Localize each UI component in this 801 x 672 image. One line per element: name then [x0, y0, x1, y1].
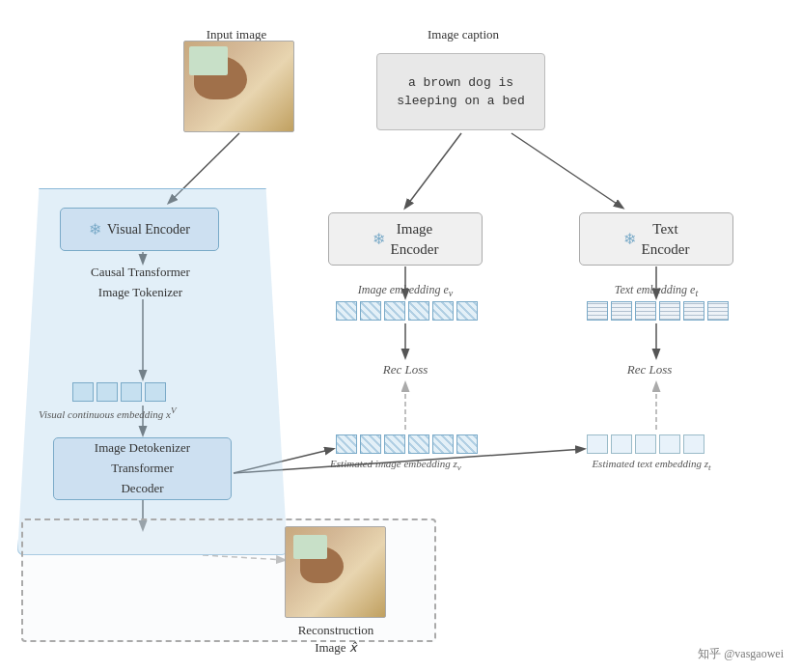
- est-txt-block-4: [659, 434, 680, 454]
- image-embedding-label: Image embedding ev: [328, 283, 483, 298]
- est-img-block-6: [456, 434, 478, 454]
- txt-embed-block-6: [707, 301, 729, 321]
- visual-encoder-label: Visual Encoder: [107, 222, 190, 238]
- image-detokenizer-box: Image DetokenizerTransformerDecoder: [53, 437, 232, 500]
- image-encoder-label: Image Encoder: [391, 219, 439, 260]
- img-embed-block-2: [360, 301, 381, 321]
- est-txt-block-5: [683, 434, 704, 454]
- txt-embed-block-3: [635, 301, 656, 321]
- reconstruction-image: [285, 526, 386, 618]
- txt-embed-block-5: [683, 301, 704, 321]
- caption-box: a brown dog is sleeping on a bed: [376, 53, 545, 130]
- est-txt-block-3: [635, 434, 656, 454]
- text-embedding-label: Text embedding et: [579, 283, 733, 298]
- text-encoder-box: ❄ Text Encoder: [579, 212, 733, 266]
- estimated-text-embed-blocks: [587, 434, 704, 454]
- embed-block-1: [72, 382, 94, 402]
- txt-embed-block-1: [587, 301, 608, 321]
- rec-loss-image-label: Rec Loss: [357, 362, 454, 378]
- img-embed-block-1: [336, 301, 357, 321]
- snowflake-icon-image: ❄: [373, 230, 385, 248]
- caption-text: a brown dog is sleeping on a bed: [397, 73, 525, 111]
- txt-embed-block-4: [659, 301, 680, 321]
- image-embed-blocks: [336, 301, 478, 321]
- img-embed-block-5: [432, 301, 454, 321]
- visual-embed-label: Visual continuous embedding xV: [39, 406, 177, 420]
- svg-line-1: [405, 133, 461, 208]
- diagram: Input image Image caption a brown dog is…: [0, 0, 801, 672]
- est-img-block-1: [336, 434, 357, 454]
- rec-loss-text-label: Rec Loss: [596, 362, 703, 378]
- input-dog-image: [183, 41, 294, 132]
- text-encoder-label: Text Encoder: [642, 219, 690, 260]
- causal-transformer-label: Causal TransformerImage Tokenizer: [56, 263, 225, 303]
- img-embed-block-6: [456, 301, 478, 321]
- est-img-block-3: [384, 434, 405, 454]
- embed-block-4: [145, 382, 166, 402]
- text-embed-blocks: [587, 301, 729, 321]
- image-caption-label: Image caption: [386, 27, 540, 42]
- est-img-block-4: [408, 434, 429, 454]
- embed-block-3: [121, 382, 142, 402]
- watermark: 知乎 @vasgaowei: [698, 646, 784, 662]
- estimated-image-embed-blocks: [336, 434, 478, 454]
- txt-embed-block-2: [611, 301, 632, 321]
- svg-line-2: [511, 133, 622, 208]
- embed-block-2: [97, 382, 118, 402]
- visual-embed-blocks: [72, 382, 166, 402]
- estimated-image-embed-label: Estimated image embedding zv: [318, 458, 473, 472]
- est-img-block-2: [360, 434, 381, 454]
- image-detokenizer-label: Image DetokenizerTransformerDecoder: [95, 438, 190, 498]
- snowflake-icon-visual: ❄: [89, 220, 101, 238]
- est-img-block-5: [432, 434, 454, 454]
- img-embed-block-3: [384, 301, 405, 321]
- snowflake-icon-text: ❄: [623, 230, 636, 248]
- visual-encoder-box: ❄ Visual Encoder: [60, 208, 219, 251]
- image-encoder-box: ❄ Image Encoder: [328, 212, 483, 266]
- reconstruction-label: ReconstructionImage x̂: [273, 622, 399, 657]
- estimated-text-embed-label: Estimated text embedding zt: [569, 458, 733, 472]
- img-embed-block-4: [408, 301, 429, 321]
- est-txt-block-2: [611, 434, 632, 454]
- est-txt-block-1: [587, 434, 608, 454]
